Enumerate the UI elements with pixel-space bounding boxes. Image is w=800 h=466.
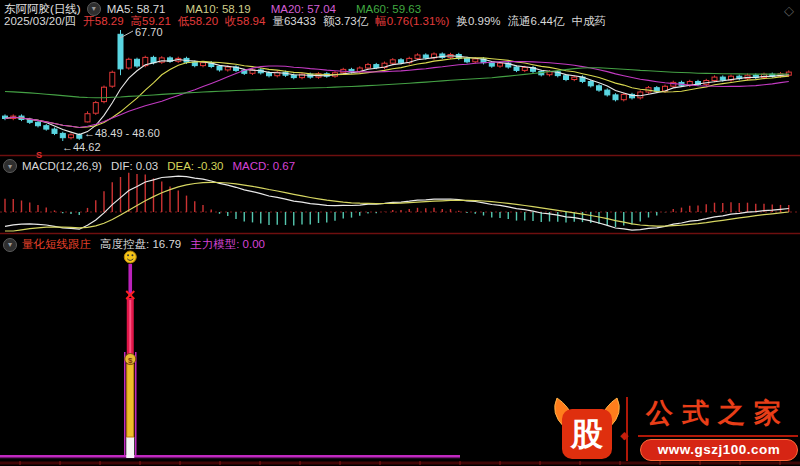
dif-value: DIF: 0.03 — [111, 160, 158, 172]
brand-name: 公式之家 — [638, 395, 798, 437]
header-line-1: 东阿阿胶(日线) ▾ MA5: 58.71MA10: 58.19MA20: 57… — [4, 2, 428, 16]
quote-field: 幅0.76(1.31%) — [375, 15, 449, 27]
collapse-icon[interactable]: ▾ — [87, 2, 101, 16]
logo-char: 股 — [570, 416, 604, 452]
kongpan-value: 高度控盘: 16.79 — [100, 237, 181, 252]
collapse-icon[interactable]: ▾ — [3, 159, 17, 173]
bull-logo-icon: 股 — [548, 393, 626, 465]
gap-price-annotation: ←48.49 - 48.60 — [84, 127, 160, 139]
macd-panel-label: ▾ MACD(12,26,9) DIF: 0.03 DEA: -0.30 MAC… — [3, 159, 304, 173]
macd-value: MACD: 0.67 — [232, 160, 295, 172]
collapse-icon[interactable]: ▾ — [3, 238, 17, 252]
diamond-icon[interactable]: ◇ — [784, 3, 794, 18]
signal-panel-label: ▾ 量化短线跟庄 高度控盘: 16.79 主力模型: 0.00 — [3, 237, 274, 252]
app-window: $ 东阿阿胶(日线) ▾ MA5: 58.71MA10: 58.19MA20: … — [0, 0, 800, 466]
header-line-2: 2025/03/20/四开58.29高59.21低58.20收58.94量634… — [4, 15, 613, 27]
ma-value: MA20: 57.04 — [271, 3, 336, 15]
peak-price-annotation: 67.70 — [135, 26, 163, 38]
diamond-bullet-icon: ◆ — [620, 429, 628, 442]
quote-field: 流通6.44亿 — [508, 15, 565, 27]
quote-field: 收58.94 — [225, 15, 265, 27]
quote-field: 开58.29 — [83, 15, 123, 27]
dea-value: DEA: -0.30 — [167, 160, 223, 172]
quote-field: 额3.73亿 — [323, 15, 368, 27]
signal-indicator-name: 量化短线跟庄 — [22, 237, 91, 252]
ma-value: MA10: 58.19 — [186, 3, 251, 15]
svg-text:$: $ — [128, 356, 133, 365]
quote-field: 低58.20 — [178, 15, 218, 27]
ma-value: MA60: 59.63 — [356, 3, 421, 15]
quote-field: 中成药 — [571, 15, 606, 27]
quote-field: 换0.99% — [456, 15, 500, 27]
low-price-annotation: ←44.62 — [62, 141, 101, 153]
ma-value: MA5: 58.71 — [107, 3, 166, 15]
brand-url: www.gszj100.com — [640, 439, 798, 461]
stock-title: 东阿阿胶(日线) — [4, 3, 81, 15]
macd-indicator-name: MACD(12,26,9) — [22, 160, 102, 172]
ma-values: MA5: 58.71MA10: 58.19MA20: 57.04MA60: 59… — [107, 3, 428, 15]
quote-field: 2025/03/20/四 — [4, 15, 76, 27]
zhuli-model-value: 主力模型: 0.00 — [190, 237, 265, 252]
watermark: 股 ◆ 公式之家 www.gszj100.com — [548, 393, 800, 466]
quote-field: 量63433 — [272, 15, 315, 27]
